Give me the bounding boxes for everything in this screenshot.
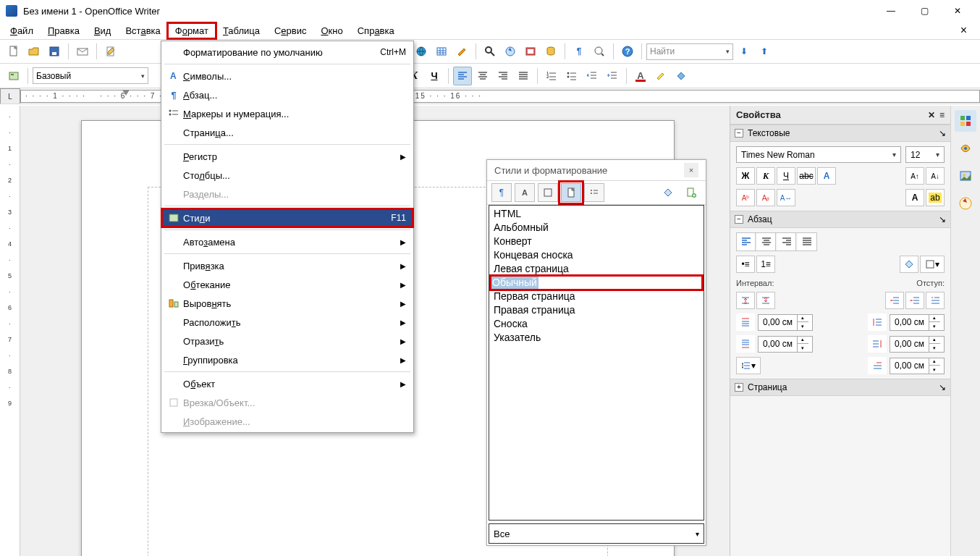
list-styles-button[interactable]	[584, 183, 604, 202]
gallery-button[interactable]	[521, 42, 540, 61]
dd-columns[interactable]: Столбцы...	[161, 166, 413, 185]
number-side-button[interactable]: 1≡	[756, 256, 775, 273]
dd-styles[interactable]: Стили F11	[161, 208, 413, 227]
menu-view[interactable]: Вид	[87, 23, 119, 38]
number-list-button[interactable]: 12	[542, 67, 561, 85]
menu-file[interactable]: Файл	[3, 23, 41, 38]
section-more-icon[interactable]: ↘	[939, 128, 946, 138]
bg-color-button[interactable]	[672, 67, 690, 85]
tab-gallery[interactable]	[955, 165, 976, 187]
space-above-spin[interactable]: 0,00 см▴▾	[758, 314, 813, 331]
dd-page[interactable]: Страница...	[161, 123, 413, 142]
find-next-button[interactable]: ⬇	[735, 42, 753, 61]
inc-spacing-button[interactable]	[736, 292, 755, 309]
para-align-justify[interactable]	[798, 233, 816, 250]
help-button[interactable]: ?	[618, 42, 637, 61]
border-side-button[interactable]: ▾	[920, 256, 945, 273]
dd-case[interactable]: Регистр ▶	[161, 147, 413, 166]
styles-window-button[interactable]	[4, 67, 23, 85]
show-draw-button[interactable]	[452, 42, 471, 61]
tab-properties[interactable]	[955, 110, 976, 132]
font-size-combo[interactable]: 12▾	[905, 146, 945, 163]
paragraph-style-combo[interactable]: Базовый▾	[33, 67, 148, 84]
indent-left-spin[interactable]: 0,00 см▴▾	[890, 314, 945, 331]
new-style-button[interactable]	[681, 183, 701, 202]
section-more-icon[interactable]: ↘	[939, 214, 946, 224]
tab-navigator[interactable]	[955, 193, 976, 214]
menu-edit[interactable]: Правка	[41, 23, 87, 38]
menu-insert[interactable]: Вставка	[118, 23, 167, 38]
expand-icon[interactable]: −	[735, 129, 743, 138]
save-button[interactable]	[45, 42, 64, 61]
indent-right-spin[interactable]: 0,00 см▴▾	[890, 336, 945, 353]
italic-button-side[interactable]: К	[756, 167, 775, 185]
dd-object[interactable]: Объект ▶	[161, 374, 413, 393]
style-item[interactable]: Правая страница	[492, 303, 701, 317]
minimize-button[interactable]: —	[874, 0, 908, 22]
menu-window[interactable]: Окно	[313, 23, 350, 38]
find-combo[interactable]: Найти▾	[646, 43, 733, 60]
char-styles-button[interactable]: А	[515, 183, 535, 202]
dd-align[interactable]: Выровнять ▶	[161, 294, 413, 313]
increase-indent-button[interactable]	[603, 67, 622, 85]
vertical-ruler[interactable]: ··1·2·3·4·5·6·7·8·9	[0, 106, 20, 556]
edit-button[interactable]	[101, 42, 120, 61]
grow-font-button[interactable]: A↑	[905, 167, 924, 185]
style-item[interactable]: Концевая сноска	[492, 248, 701, 262]
para-styles-button[interactable]: ¶	[491, 183, 512, 202]
sidebar-menu-icon[interactable]: ≡	[939, 110, 945, 120]
frame-styles-button[interactable]	[538, 183, 558, 202]
styles-list[interactable]: HTML Альбомный Конверт Концевая сноска Л…	[489, 205, 704, 521]
fontcolor-side-button[interactable]: A	[905, 189, 924, 206]
dd-paragraph[interactable]: ¶ Абзац...	[161, 85, 413, 104]
underline-button[interactable]: Ч	[425, 67, 444, 85]
dec-spacing-button[interactable]	[756, 292, 775, 309]
dec-indent-side[interactable]	[905, 292, 924, 309]
find-button[interactable]	[481, 42, 499, 61]
strike-button[interactable]: abc	[797, 167, 816, 185]
zoom-button[interactable]	[590, 42, 609, 61]
page-styles-button[interactable]	[561, 183, 581, 202]
bg-side-button[interactable]	[900, 256, 918, 273]
underline-button-side[interactable]: Ч	[777, 167, 795, 185]
firstline-spin[interactable]: 0,00 см▴▾	[890, 358, 945, 374]
dd-autocorrect[interactable]: Автозамена ▶	[161, 232, 413, 251]
tab-styles[interactable]	[955, 138, 976, 159]
spacing-button[interactable]: A↔	[777, 189, 795, 206]
dd-group[interactable]: Группировка ▶	[161, 350, 413, 369]
linespacing-button[interactable]: ▾	[736, 357, 761, 374]
firstline-indent-side[interactable]	[926, 292, 945, 309]
style-item[interactable]: HTML	[492, 207, 701, 221]
dd-flip[interactable]: Отразить ▶	[161, 332, 413, 350]
sub-button[interactable]: Aᵦ	[756, 189, 775, 206]
menu-table[interactable]: Таблица	[216, 23, 267, 38]
decrease-indent-button[interactable]	[583, 67, 601, 85]
navigator-button[interactable]	[501, 42, 520, 61]
space-below-spin[interactable]: 0,00 см▴▾	[758, 336, 813, 353]
close-document-button[interactable]: ×	[956, 24, 971, 37]
bold-button[interactable]: Ж	[736, 167, 755, 185]
shrink-font-button[interactable]: A↓	[926, 167, 945, 185]
menu-format[interactable]: Формат	[168, 23, 216, 38]
style-item[interactable]: Конверт	[492, 235, 701, 248]
align-left-button[interactable]	[453, 67, 472, 85]
font-name-combo[interactable]: Times New Roman▾	[736, 146, 901, 163]
style-item[interactable]: Указатель	[492, 331, 701, 345]
bullet-list-button[interactable]	[562, 67, 581, 85]
dd-bullets[interactable]: Маркеры и нумерация...	[161, 104, 413, 123]
inc-indent-side[interactable]	[885, 292, 904, 309]
section-page-head[interactable]: + Страница ↘	[730, 379, 950, 396]
style-item[interactable]: Сноска	[492, 317, 701, 331]
menu-help[interactable]: Справка	[350, 23, 402, 38]
align-justify-button[interactable]	[514, 67, 533, 85]
expand-icon[interactable]: +	[735, 383, 743, 392]
dd-wrap[interactable]: Обтекание ▶	[161, 275, 413, 294]
horizontal-ruler[interactable]: L · · · · 1 · · · · · · · 6 · · · 7 · · …	[0, 88, 980, 104]
maximize-button[interactable]: ▢	[908, 0, 941, 22]
hyperlink-button[interactable]	[412, 42, 431, 61]
para-align-left[interactable]	[737, 233, 756, 250]
styles-filter-combo[interactable]: Все▾	[489, 523, 704, 544]
para-align-right[interactable]	[777, 233, 796, 250]
super-button[interactable]: Aᵇ	[736, 189, 755, 206]
para-align-center[interactable]	[757, 233, 776, 250]
